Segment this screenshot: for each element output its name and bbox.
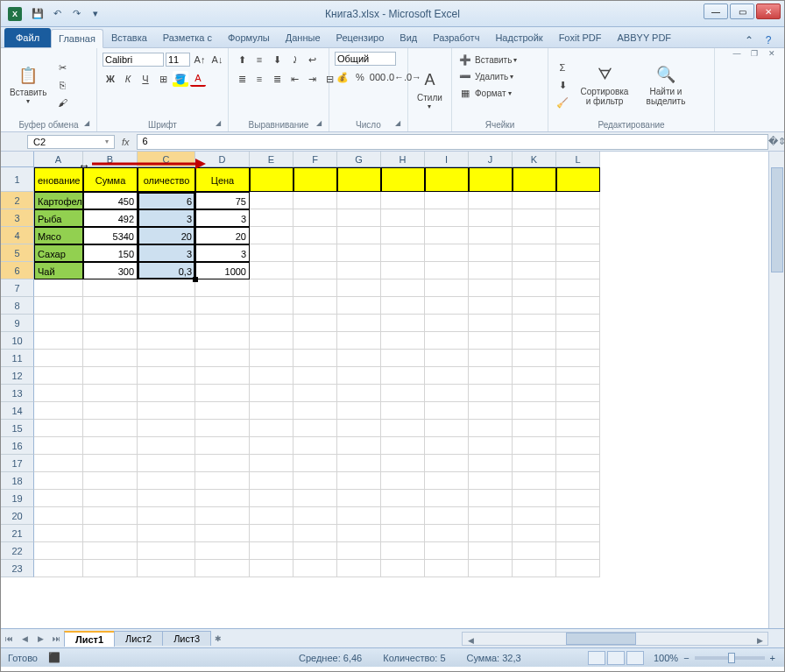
cell-I21[interactable] <box>425 525 469 542</box>
fx-icon[interactable]: fx <box>122 137 130 147</box>
fill-color-icon[interactable]: 🪣 <box>173 71 188 87</box>
cell-G18[interactable] <box>337 472 381 490</box>
cell-J7[interactable] <box>469 279 513 297</box>
cell-F20[interactable] <box>293 507 337 525</box>
cell-J10[interactable] <box>469 332 513 350</box>
cell-I22[interactable] <box>425 542 469 560</box>
cell-C15[interactable] <box>138 420 195 437</box>
cell-H17[interactable] <box>381 455 425 472</box>
cell-J16[interactable] <box>469 437 513 455</box>
cell-D1[interactable]: Цена <box>195 167 250 192</box>
cell-C3[interactable]: 3 <box>138 209 195 227</box>
zoom-thumb[interactable] <box>728 653 735 663</box>
undo-icon[interactable]: ↶ <box>48 5 66 23</box>
tab-addins[interactable]: Надстройк <box>487 28 550 47</box>
cell-G14[interactable] <box>337 402 381 420</box>
cell-K19[interactable] <box>513 490 556 507</box>
cell-F3[interactable] <box>293 209 337 227</box>
cell-F16[interactable] <box>293 437 337 455</box>
cell-I3[interactable] <box>425 209 469 227</box>
cell-L12[interactable] <box>556 367 600 385</box>
cell-L4[interactable] <box>556 227 600 244</box>
redo-icon[interactable]: ↷ <box>67 5 85 23</box>
cell-H20[interactable] <box>381 507 425 525</box>
cell-L17[interactable] <box>556 455 600 472</box>
cell-C12[interactable] <box>138 367 195 385</box>
bold-button[interactable]: Ж <box>103 71 118 87</box>
tab-foxit[interactable]: Foxit PDF <box>551 28 610 47</box>
cell-B23[interactable] <box>83 560 138 577</box>
cell-B14[interactable] <box>83 402 138 420</box>
cell-C5[interactable]: 3 <box>138 244 195 262</box>
column-header-H[interactable]: H <box>381 152 425 167</box>
tab-view[interactable]: Вид <box>392 28 425 47</box>
cell-A4[interactable]: Мясо <box>34 227 83 244</box>
cell-B17[interactable] <box>83 455 138 472</box>
font-color-icon[interactable]: A <box>190 71 206 87</box>
row-header-5[interactable]: 5 <box>1 244 34 262</box>
cell-A22[interactable] <box>34 542 83 560</box>
cell-H14[interactable] <box>381 402 425 420</box>
cell-J1[interactable] <box>469 167 513 192</box>
cell-C22[interactable] <box>138 542 195 560</box>
cell-H8[interactable] <box>381 297 425 315</box>
cell-I7[interactable] <box>425 279 469 297</box>
column-header-K[interactable]: K <box>513 152 556 167</box>
cell-A1[interactable]: енование т <box>34 167 83 192</box>
cell-F17[interactable] <box>293 455 337 472</box>
cell-C14[interactable] <box>138 402 195 420</box>
cell-I17[interactable] <box>425 455 469 472</box>
cell-J2[interactable] <box>469 192 513 209</box>
cell-D20[interactable] <box>195 507 250 525</box>
cell-E14[interactable] <box>250 402 293 420</box>
cell-D9[interactable] <box>195 315 250 332</box>
format-painter-icon[interactable]: 🖌 <box>53 95 71 110</box>
vertical-scrollbar[interactable] <box>768 152 784 628</box>
doc-close-button[interactable]: ✕ <box>764 47 780 60</box>
cell-F1[interactable] <box>293 167 337 192</box>
align-center-icon[interactable]: ≡ <box>251 71 267 87</box>
cell-I19[interactable] <box>425 490 469 507</box>
cell-F13[interactable] <box>293 385 337 402</box>
close-button[interactable]: ✕ <box>756 4 781 19</box>
cell-J18[interactable] <box>469 472 513 490</box>
border-icon[interactable]: ⊞ <box>155 71 171 87</box>
tab-formulas[interactable]: Формулы <box>220 28 278 47</box>
cell-K10[interactable] <box>513 332 556 350</box>
align-left-icon[interactable]: ≣ <box>234 71 250 87</box>
cell-B22[interactable] <box>83 542 138 560</box>
cell-B12[interactable] <box>83 367 138 385</box>
cell-A8[interactable] <box>34 297 83 315</box>
cell-C20[interactable] <box>138 507 195 525</box>
cell-A20[interactable] <box>34 507 83 525</box>
cell-B3[interactable]: 492 <box>83 209 138 227</box>
cell-J11[interactable] <box>469 350 513 367</box>
tab-page-layout[interactable]: Разметка с <box>155 28 220 47</box>
cell-G23[interactable] <box>337 560 381 577</box>
cell-I14[interactable] <box>425 402 469 420</box>
cell-D12[interactable] <box>195 367 250 385</box>
cell-A23[interactable] <box>34 560 83 577</box>
row-header-1[interactable]: 1 <box>1 167 34 192</box>
row-header-13[interactable]: 13 <box>1 385 34 402</box>
cell-K12[interactable] <box>513 367 556 385</box>
cell-D17[interactable] <box>195 455 250 472</box>
row-header-11[interactable]: 11 <box>1 350 34 367</box>
cell-C6[interactable]: 0,3 <box>138 262 195 279</box>
cell-F11[interactable] <box>293 350 337 367</box>
cell-G20[interactable] <box>337 507 381 525</box>
cell-D21[interactable] <box>195 525 250 542</box>
cell-D8[interactable] <box>195 297 250 315</box>
cell-I16[interactable] <box>425 437 469 455</box>
cell-I15[interactable] <box>425 420 469 437</box>
cell-E13[interactable] <box>250 385 293 402</box>
cell-D2[interactable]: 75 <box>195 192 250 209</box>
new-sheet-icon[interactable]: ✱ <box>210 631 226 647</box>
cell-A14[interactable] <box>34 402 83 420</box>
row-header-10[interactable]: 10 <box>1 332 34 350</box>
cell-B9[interactable] <box>83 315 138 332</box>
cell-H23[interactable] <box>381 560 425 577</box>
cell-K11[interactable] <box>513 350 556 367</box>
maximize-button[interactable]: ▭ <box>730 4 754 19</box>
cell-D7[interactable] <box>195 279 250 297</box>
